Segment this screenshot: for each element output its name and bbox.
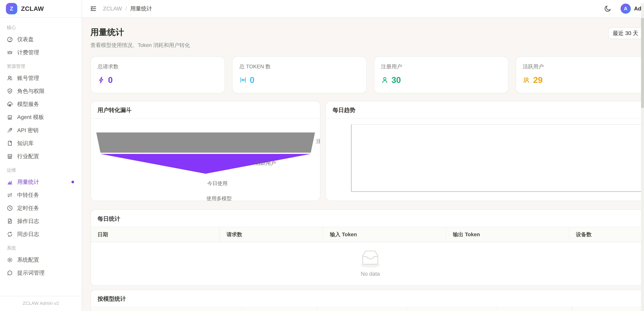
- file-text-icon: [7, 218, 13, 224]
- date-range-select[interactable]: 最近 30 天: [608, 27, 644, 39]
- empty-state-text: No data: [361, 271, 380, 277]
- plug-icon: [7, 127, 13, 133]
- clock-icon: [7, 205, 13, 211]
- funnel-card: 用户转化漏斗 注册用户活跃用户今日使用使用多模型: [90, 101, 320, 201]
- sidebar-item-系统配置[interactable]: 系统配置: [0, 253, 82, 266]
- sidebar-item-用量统计[interactable]: 用量统计: [0, 176, 82, 189]
- sidebar-item-label: 用量统计: [17, 178, 39, 186]
- sidebar-item-同步日志[interactable]: 同步日志: [0, 228, 82, 241]
- sidebar-footer: ZCLAW Admin v2: [0, 296, 82, 311]
- swap-icon: [7, 192, 13, 198]
- sidebar-item-计费管理[interactable]: 计费管理: [0, 46, 82, 59]
- funnel-label-registered: 注册用户: [316, 138, 320, 144]
- sidebar-collapse-icon[interactable]: [90, 5, 97, 13]
- sidebar-item-label: 模型服务: [17, 100, 39, 108]
- model-table-header: 模型请求数输入 Token输出 Token平均延迟成功率: [91, 307, 644, 311]
- store-icon: [7, 153, 13, 160]
- sidebar-item-操作日志[interactable]: 操作日志: [0, 215, 82, 228]
- column-header: 成功率: [572, 307, 644, 311]
- bolt-icon: [98, 76, 105, 84]
- token-width-icon: [239, 76, 247, 84]
- sidebar-item-模型服务[interactable]: 模型服务: [0, 98, 82, 111]
- sidebar-section-label: 资源管理: [0, 59, 82, 72]
- stat-card-value: 0: [108, 75, 113, 85]
- crown-icon: [7, 49, 13, 56]
- sidebar-item-label: 提示词管理: [17, 269, 44, 276]
- funnel-label-active: 活跃用户: [256, 160, 276, 166]
- date-range-value: 最近 30 天: [613, 30, 638, 37]
- funnel-card-title: 用户转化漏斗: [91, 101, 320, 119]
- stat-card-value: 0: [250, 75, 254, 85]
- app-logo-row[interactable]: Z ZCLAW: [0, 0, 82, 18]
- funnel-label-multimodel: 使用多模型: [206, 196, 232, 201]
- sidebar-section-label: 核心: [0, 20, 82, 33]
- sidebar-item-label: 账号管理: [17, 74, 39, 82]
- sidebar-item-中转任务[interactable]: 中转任务: [0, 189, 82, 202]
- daily-table-header: 日期请求数输入 Token输出 Token设备数: [91, 227, 644, 242]
- model-stats-card: 按模型统计 模型请求数输入 Token输出 Token平均延迟成功率: [90, 289, 644, 311]
- sidebar: Z ZCLAW 核心仪表盘计费管理资源管理账号管理角色与权限模型服务Agent …: [0, 0, 82, 311]
- stat-card: 活跃用户29: [516, 56, 644, 93]
- column-header: 输入 Token: [323, 227, 446, 242]
- sidebar-item-API 密钥[interactable]: API 密钥: [0, 124, 82, 137]
- daily-table-empty-state: No data: [91, 242, 644, 285]
- trend-plot-area: [351, 124, 644, 192]
- sidebar-item-角色与权限[interactable]: 角色与权限: [0, 85, 82, 98]
- stat-card-value: 30: [392, 75, 401, 85]
- funnel-svg: 注册用户活跃用户今日使用使用多模型: [91, 119, 320, 201]
- column-header: 输出 Token: [446, 227, 569, 242]
- stat-card-label: 注册用户: [381, 63, 501, 70]
- column-header: 输出 Token: [406, 307, 496, 311]
- sidebar-item-label: API 密钥: [17, 127, 38, 134]
- active-indicator-dot: [72, 181, 74, 183]
- user-icon: [381, 76, 388, 84]
- trend-card-title: 每日趋势: [326, 101, 644, 119]
- daily-stats-card: 每日统计 日期请求数输入 Token输出 Token设备数 No data: [90, 209, 644, 286]
- breadcrumb: ZCLAW / 用量统计: [103, 5, 152, 12]
- trend-card: 每日趋势: [326, 101, 644, 201]
- empty-inbox-icon: [359, 249, 381, 267]
- users-icon: [7, 75, 13, 81]
- page-scrollbar-thumb[interactable]: [641, 18, 644, 108]
- app-logo: Z: [6, 3, 17, 14]
- column-header: 模型: [91, 307, 242, 311]
- sidebar-item-知识库[interactable]: 知识库: [0, 137, 82, 150]
- sidebar-item-账号管理[interactable]: 账号管理: [0, 72, 82, 85]
- sidebar-item-仪表盘[interactable]: 仪表盘: [0, 33, 82, 46]
- sidebar-item-label: 中转任务: [17, 191, 39, 199]
- bar-chart-icon: [7, 179, 13, 185]
- column-header: 输入 Token: [317, 307, 406, 311]
- sidebar-item-label: 同步日志: [17, 230, 39, 238]
- page-title: 用量统计: [90, 27, 190, 38]
- stat-card-label: 活跃用户: [523, 63, 643, 70]
- user-menu[interactable]: A Admin: [620, 4, 644, 14]
- sidebar-item-label: 知识库: [17, 140, 34, 147]
- sidebar-item-label: 操作日志: [17, 217, 39, 225]
- sidebar-item-Agent 模板[interactable]: Agent 模板: [0, 111, 82, 124]
- sidebar-section-label: 运维: [0, 163, 82, 176]
- stat-card: 注册用户30: [374, 56, 508, 93]
- charts-row: 用户转化漏斗 注册用户活跃用户今日使用使用多模型 每日趋势: [90, 101, 644, 201]
- dark-mode-toggle-moon-icon[interactable]: [604, 5, 612, 12]
- sidebar-item-label: 系统配置: [17, 256, 39, 263]
- sidebar-item-行业配置[interactable]: 行业配置: [0, 150, 82, 163]
- funnel-stage-active: [100, 154, 311, 174]
- notebook-icon: [7, 140, 13, 146]
- stats-row: 总请求数0总 TOKEN 数0注册用户30活跃用户29: [90, 56, 644, 93]
- sidebar-item-label: Agent 模板: [17, 113, 44, 121]
- gauge-icon: [7, 36, 13, 43]
- sidebar-section-label: 系统: [0, 241, 82, 253]
- column-header: 日期: [91, 227, 219, 242]
- sidebar-item-label: 计费管理: [17, 49, 39, 56]
- breadcrumb-root[interactable]: ZCLAW: [103, 6, 122, 12]
- sidebar-item-提示词管理[interactable]: 提示词管理: [0, 266, 82, 279]
- avatar: A: [620, 4, 630, 14]
- sidebar-item-label: 定时任务: [17, 204, 39, 212]
- column-header: 请求数: [219, 227, 323, 242]
- funnel-label-today: 今日使用: [207, 181, 228, 186]
- main-column: ZCLAW / 用量统计 A Admin 用量统计 查看模型使用情况、Token…: [82, 0, 644, 311]
- sidebar-item-定时任务[interactable]: 定时任务: [0, 202, 82, 215]
- users-duo-icon: [523, 76, 530, 84]
- topbar: ZCLAW / 用量统计 A Admin: [82, 0, 644, 18]
- funnel-stage-registered: [96, 133, 315, 153]
